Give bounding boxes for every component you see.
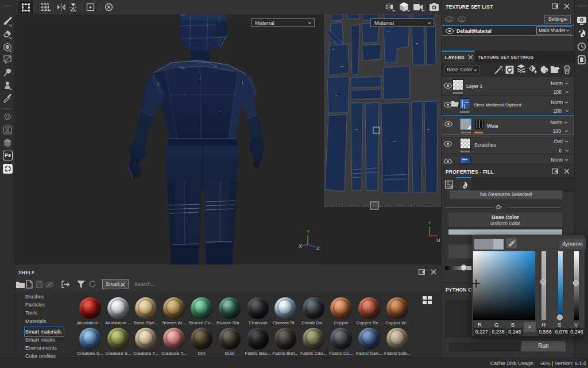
svg-text:U: U bbox=[436, 237, 440, 243]
svg-text:X: X bbox=[299, 243, 302, 249]
svg-text:Y: Y bbox=[428, 220, 431, 226]
svg-text:Z: Z bbox=[316, 246, 320, 251]
svg-text:Y: Y bbox=[307, 229, 310, 235]
svg-text:S: S bbox=[6, 114, 9, 120]
svg-text:1: 1 bbox=[461, 17, 463, 21]
